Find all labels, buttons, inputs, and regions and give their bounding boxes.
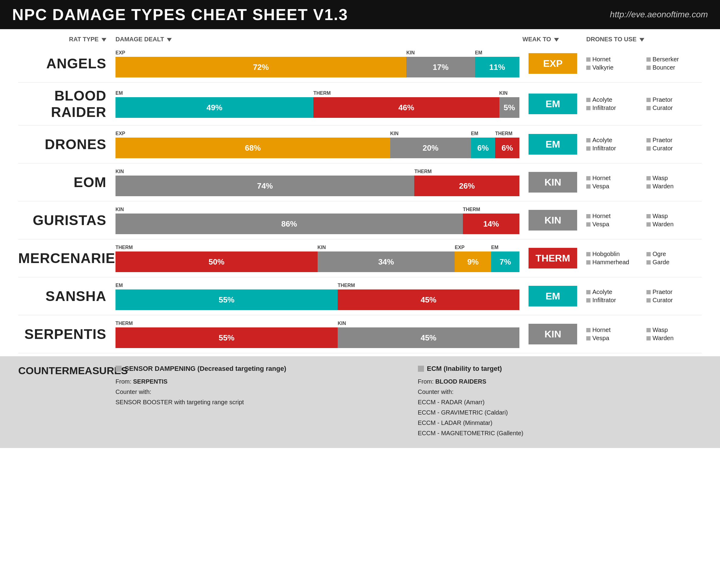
cm-square-icon xyxy=(418,366,424,372)
col-damage-dealt: DAMAGE DEALT xyxy=(116,36,513,43)
countermeasures-section: COUNTERMEASURES SENSOR DAMPENING (Decrea… xyxy=(0,356,720,448)
drone-name: Curator xyxy=(653,104,673,111)
drone-name: Hornet xyxy=(592,213,611,219)
drone-item: Hornet xyxy=(586,213,642,219)
drone-item: Praetor xyxy=(646,96,702,103)
label-row: THERMKIN xyxy=(116,320,519,326)
drone-item: Praetor xyxy=(646,137,702,144)
drone-item: Praetor xyxy=(646,289,702,295)
cm-block: SENSOR DAMPENING (Decreased targeting ra… xyxy=(116,365,400,438)
col-drones-to-use: DRONES TO USE xyxy=(586,36,702,43)
column-headers: RAT TYPE DAMAGE DEALT WEAK TO DRONES TO … xyxy=(18,29,702,45)
bar-segment-exp: 72% xyxy=(116,57,406,78)
bar-segment-therm: 6% xyxy=(495,138,519,158)
drone-item: Infiltrator xyxy=(586,297,642,304)
weak-to-box: KIN xyxy=(528,210,577,231)
damage-dealt-arrow-icon xyxy=(167,38,172,42)
page-header: NPC DAMAGE TYPES CHEAT SHEET V1.3 http:/… xyxy=(0,0,720,29)
bar-row: 74%26% xyxy=(116,175,519,196)
drones-list: HornetWaspVespaWarden xyxy=(586,213,702,228)
drone-name: Acolyte xyxy=(592,96,613,103)
drone-square-icon xyxy=(586,57,591,62)
label-row: EMTHERMKIN xyxy=(116,90,519,96)
drone-item: Acolyte xyxy=(586,96,642,103)
segment-label: THERM xyxy=(338,282,519,288)
faction-row: EOMKINTHERM74%26%KINHornetWaspVespaWarde… xyxy=(18,163,702,202)
drone-item: Warden xyxy=(646,221,702,228)
segment-label: EM xyxy=(471,130,495,136)
drone-square-icon xyxy=(646,106,651,110)
drone-square-icon xyxy=(586,66,591,70)
drone-square-icon xyxy=(646,146,651,151)
drone-item: Ogre xyxy=(646,251,702,257)
drone-name: Curator xyxy=(653,297,673,304)
bar-segment-em: 49% xyxy=(116,97,313,118)
bar-segment-em: 11% xyxy=(475,57,519,78)
drone-name: Hobgoblin xyxy=(592,251,620,257)
faction-name: ANGELS xyxy=(18,55,116,72)
bar-segment-therm: 50% xyxy=(116,251,318,272)
drone-name: Warden xyxy=(653,335,674,342)
drones-list: AcolytePraetorInfiltratorCurator xyxy=(586,96,702,111)
segment-label: EM xyxy=(116,90,313,96)
drone-name: Infiltrator xyxy=(592,145,616,152)
segment-label: THERM xyxy=(116,320,338,326)
drone-square-icon xyxy=(646,66,651,70)
drone-square-icon xyxy=(586,260,591,265)
drones-list: HornetWaspVespaWarden xyxy=(586,175,702,190)
drone-name: Curator xyxy=(653,145,673,152)
faction-name: GURISTAS xyxy=(18,212,116,228)
segment-label: KIN xyxy=(318,244,455,250)
drone-square-icon xyxy=(586,98,591,102)
faction-name: EOM xyxy=(18,174,116,190)
drone-name: Hornet xyxy=(592,175,611,182)
drone-square-icon xyxy=(586,298,591,302)
bar-row: 68%20%6%6% xyxy=(116,138,519,158)
damage-bar-container: THERMKIN55%45% xyxy=(116,320,519,348)
bar-segment-em: 55% xyxy=(116,290,338,310)
faction-row: GURISTASKINTHERM86%14%KINHornetWaspVespa… xyxy=(18,202,702,239)
drone-square-icon xyxy=(646,57,651,62)
drone-name: Hornet xyxy=(592,327,611,334)
drone-square-icon xyxy=(586,146,591,151)
drone-square-icon xyxy=(586,138,591,143)
drones-list: HornetWaspVespaWarden xyxy=(586,327,702,342)
bar-segment-therm: 14% xyxy=(463,213,519,234)
bar-row: 50%34%9%7% xyxy=(116,251,519,272)
weak-to-box: EM xyxy=(528,93,577,114)
drone-name: Warden xyxy=(653,221,674,228)
weak-to-arrow-icon xyxy=(554,38,559,42)
drone-item: Wasp xyxy=(646,213,702,219)
drone-item: Warden xyxy=(646,335,702,342)
drone-square-icon xyxy=(646,214,651,218)
drone-item: Garde xyxy=(646,259,702,266)
drone-square-icon xyxy=(646,336,651,340)
faction-name: MERCENARIES xyxy=(18,250,116,266)
faction-name: DRONES xyxy=(18,136,116,152)
bar-segment-therm: 45% xyxy=(338,290,519,310)
damage-bar-container: KINTHERM74%26% xyxy=(116,168,519,196)
drone-item: Hornet xyxy=(586,327,642,334)
label-row: EXPKINEMTHERM xyxy=(116,130,519,136)
drone-item: Hornet xyxy=(586,56,642,63)
drone-item: Wasp xyxy=(646,175,702,182)
drone-item: Vespa xyxy=(586,221,642,228)
bar-row: 72%17%11% xyxy=(116,57,519,78)
drone-square-icon xyxy=(646,138,651,143)
drone-square-icon xyxy=(586,328,591,332)
bar-segment-therm: 46% xyxy=(313,97,499,118)
drone-item: Vespa xyxy=(586,183,642,190)
drone-square-icon xyxy=(586,336,591,340)
drone-square-icon xyxy=(586,176,591,181)
drone-name: Warden xyxy=(653,183,674,190)
drones-arrow-icon xyxy=(639,38,644,42)
countermeasures-content: SENSOR DAMPENING (Decreased targeting ra… xyxy=(116,365,702,438)
drones-list: HobgoblinOgreHammerheadGarde xyxy=(586,251,702,266)
label-row: KINTHERM xyxy=(116,206,519,212)
drone-name: Wasp xyxy=(653,327,668,334)
cm-square-icon xyxy=(116,366,122,372)
segment-label: EM xyxy=(116,282,338,288)
damage-bar-container: THERMKINEXPEM50%34%9%7% xyxy=(116,244,519,272)
bar-segment-therm: 26% xyxy=(414,175,519,196)
label-row: THERMKINEXPEM xyxy=(116,244,519,250)
